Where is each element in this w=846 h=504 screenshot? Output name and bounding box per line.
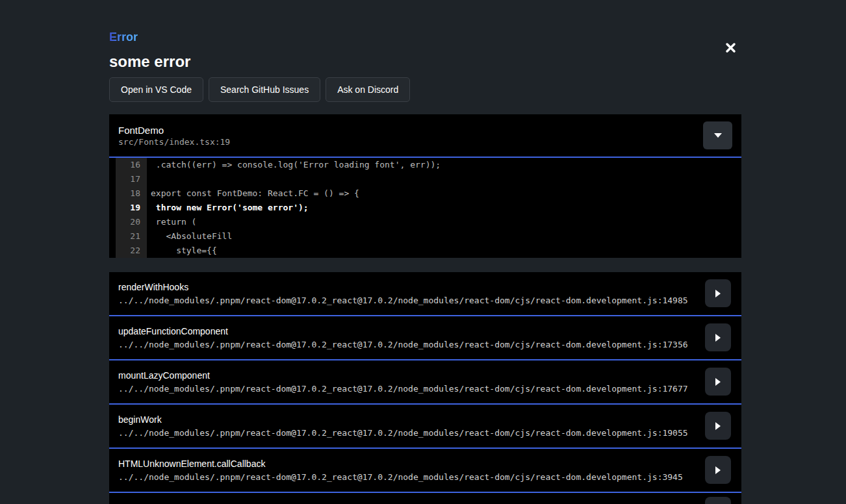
source-frame-panel: FontDemo src/Fonts/index.tsx:19 16 .catc… <box>109 114 741 258</box>
stack-frame-row[interactable]: beginWork ../../node_modules/.pnpm/react… <box>109 405 741 449</box>
line-number: 21 <box>116 229 147 244</box>
stack-frame-path: ../../node_modules/.pnpm/react-dom@17.0.… <box>118 340 696 349</box>
stack-frame-list: renderWithHooks ../../node_modules/.pnpm… <box>109 272 741 504</box>
code-line: 16 .catch((err) => console.log('Error lo… <box>109 158 741 172</box>
play-icon <box>715 466 721 475</box>
code-line: 22 style={{ <box>109 244 741 258</box>
code-line: 18 export const FontDemo: React.FC = () … <box>109 186 741 201</box>
error-kind-label: Error <box>109 31 138 44</box>
close-icon <box>725 42 736 53</box>
expand-frame-button[interactable] <box>705 456 731 484</box>
stack-frame-title: beginWork <box>118 415 696 425</box>
play-icon <box>715 422 721 431</box>
line-code: throw new Error('some error'); <box>147 201 309 215</box>
code-line: 21 <AbsoluteFill <box>109 229 741 244</box>
stack-frame-path: ../../node_modules/.pnpm/react-dom@17.0.… <box>118 296 696 305</box>
stack-frame-title: mountLazyComponent <box>118 371 696 381</box>
line-number: 16 <box>116 158 147 172</box>
stack-frame-title: updateFunctionComponent <box>118 327 696 336</box>
close-button[interactable] <box>723 40 737 55</box>
stack-frame-row[interactable]: HTMLUnknownElement.callCallback ../../no… <box>109 449 741 493</box>
stack-frame-path: ../../node_modules/.pnpm/react-dom@17.0.… <box>118 384 696 394</box>
stack-frame-row[interactable]: renderWithHooks ../../node_modules/.pnpm… <box>109 272 741 316</box>
source-frame-header[interactable]: FontDemo src/Fonts/index.tsx:19 <box>109 114 741 158</box>
code-line: 17 <box>109 172 741 186</box>
code-line: 20 return ( <box>109 215 741 229</box>
expand-frame-button[interactable] <box>705 323 731 351</box>
line-number: 20 <box>116 215 147 229</box>
error-message: some error <box>109 52 741 71</box>
search-github-issues-button[interactable]: Search GitHub Issues <box>209 77 320 102</box>
play-icon <box>715 289 721 298</box>
stack-frame-row[interactable]: updateFunctionComponent ../../node_modul… <box>109 316 741 360</box>
open-in-vscode-button[interactable]: Open in VS Code <box>109 77 203 102</box>
line-code: export const FontDemo: React.FC = () => … <box>147 186 359 201</box>
expand-frame-button[interactable] <box>705 412 731 440</box>
line-code: style={{ <box>147 244 217 258</box>
stack-frame-path: ../../node_modules/.pnpm/react-dom@17.0.… <box>118 428 696 438</box>
stack-frame-title: renderWithHooks <box>118 283 696 292</box>
source-frame-location: src/Fonts/index.tsx:19 <box>118 137 731 147</box>
code-line: 19 throw new Error('some error'); <box>109 201 741 215</box>
source-frame-title: FontDemo <box>118 125 731 135</box>
stack-frame-path: ../../node_modules/.pnpm/react-dom@17.0.… <box>118 472 696 482</box>
line-code: return ( <box>147 215 196 229</box>
expand-frame-button[interactable] <box>705 279 731 307</box>
action-buttons: Open in VS Code Search GitHub Issues Ask… <box>109 77 741 102</box>
code-block: 16 .catch((err) => console.log('Error lo… <box>109 158 741 258</box>
play-icon <box>715 377 721 386</box>
stack-frame-row[interactable] <box>109 493 741 504</box>
collapse-frame-button[interactable] <box>703 121 732 149</box>
play-icon <box>715 333 721 342</box>
ask-on-discord-button[interactable]: Ask on Discord <box>326 77 410 102</box>
line-number: 17 <box>116 172 147 186</box>
line-code <box>147 172 151 186</box>
expand-frame-button[interactable] <box>705 497 731 504</box>
stack-frame-title: HTMLUnknownElement.callCallback <box>118 459 696 469</box>
chevron-down-icon <box>713 132 723 138</box>
line-code: .catch((err) => console.log('Error loadi… <box>147 158 441 172</box>
line-number: 19 <box>116 201 147 215</box>
line-number: 18 <box>116 186 147 201</box>
expand-frame-button[interactable] <box>705 368 731 396</box>
line-number: 22 <box>116 244 147 258</box>
line-code: <AbsoluteFill <box>147 229 232 244</box>
stack-frame-row[interactable]: mountLazyComponent ../../node_modules/.p… <box>109 360 741 405</box>
error-overlay: Error some error Open in VS Code Search … <box>0 0 846 504</box>
